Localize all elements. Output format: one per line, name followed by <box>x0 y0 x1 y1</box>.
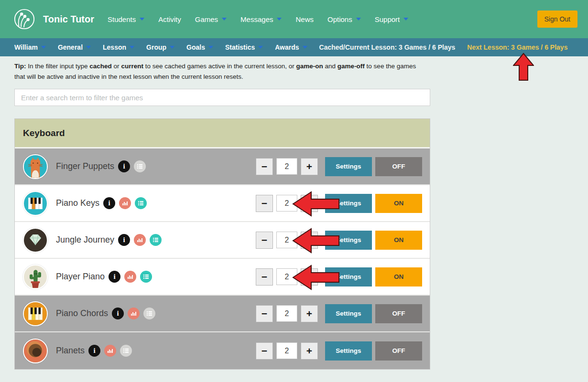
list-icon[interactable] <box>135 197 147 209</box>
list-icon-glyph <box>138 200 144 206</box>
info-icon[interactable]: i <box>88 345 100 357</box>
stats-icon-glyph <box>122 200 128 206</box>
stats-icon[interactable] <box>104 345 116 357</box>
list-icon-glyph <box>152 237 159 243</box>
list-icon[interactable] <box>120 345 132 357</box>
settings-button[interactable]: Settings <box>325 341 372 361</box>
decrease-plays-button[interactable]: − <box>256 305 273 322</box>
stats-icon[interactable] <box>128 308 140 319</box>
nav-activity[interactable]: Activity <box>158 15 181 23</box>
nav-news[interactable]: News <box>295 15 314 23</box>
nav-support[interactable]: Support <box>375 15 409 23</box>
caret-down-icon <box>403 18 408 21</box>
info-icon[interactable]: i <box>118 234 130 246</box>
game-row-planets: Planets i − + Settings OFF <box>15 332 430 369</box>
next-lesson-status: Next Lesson: 3 Games / 6 Plays <box>467 43 567 51</box>
tip-segment: or <box>112 63 121 70</box>
subnav-awards-label: Awards <box>275 43 299 51</box>
list-icon[interactable] <box>140 271 152 283</box>
info-icon-glyph: i <box>108 199 110 207</box>
info-icon-glyph: i <box>93 347 95 355</box>
settings-button[interactable]: Settings <box>325 267 372 286</box>
game-toggle-button[interactable]: OFF <box>375 341 422 361</box>
game-controls: − + Settings OFF <box>256 341 422 361</box>
nav-options[interactable]: Options <box>327 15 361 23</box>
increase-plays-button[interactable]: + <box>301 342 318 360</box>
game-toggle-button[interactable]: ON <box>375 194 422 213</box>
game-filter-search-input[interactable] <box>14 89 430 106</box>
game-row-piano-keys: Piano Keys i − + Settings ON <box>15 185 430 222</box>
nav-messages[interactable]: Messages <box>240 15 282 23</box>
subnav-statistics-label: Statistics <box>225 43 255 51</box>
plays-count-input[interactable] <box>276 195 297 212</box>
decrease-plays-button[interactable]: − <box>256 268 273 286</box>
subnav-awards[interactable]: Awards <box>275 43 307 51</box>
increase-plays-button[interactable]: + <box>301 195 318 212</box>
game-controls: − + Settings OFF <box>256 304 422 323</box>
filter-tip-text: Tip: In the filter input type cached or … <box>14 61 428 83</box>
decrease-plays-button[interactable]: − <box>256 342 273 360</box>
list-icon-glyph <box>123 348 129 354</box>
list-icon[interactable] <box>143 308 155 319</box>
game-row-jungle-journey: Jungle Journey i − + Settings ON <box>15 222 430 259</box>
game-avatar <box>23 191 48 216</box>
increase-plays-button[interactable]: + <box>301 232 318 249</box>
subnav-statistics[interactable]: Statistics <box>225 43 263 51</box>
info-icon[interactable]: i <box>103 197 115 209</box>
plays-count-input[interactable] <box>276 268 297 285</box>
settings-button[interactable]: Settings <box>325 194 372 213</box>
info-icon[interactable]: i <box>109 271 120 283</box>
stats-icon[interactable] <box>119 197 131 209</box>
subnav-william[interactable]: William <box>14 43 46 51</box>
increase-plays-button[interactable]: + <box>301 158 318 175</box>
nav-students[interactable]: Students <box>108 15 144 23</box>
sign-out-button[interactable]: Sign Out <box>537 11 577 28</box>
caret-down-icon <box>356 18 361 21</box>
game-row-finger-puppets: Finger Puppets i − + Settings OFF <box>15 149 430 185</box>
tip-segment: cached <box>89 63 112 70</box>
settings-button[interactable]: Settings <box>325 157 372 176</box>
decrease-plays-button[interactable]: − <box>256 232 273 249</box>
increase-plays-button[interactable]: + <box>301 268 318 286</box>
subnav-general-label: General <box>58 43 83 51</box>
game-toggle-button[interactable]: ON <box>375 267 422 286</box>
plays-count-input[interactable] <box>276 342 297 359</box>
plays-count-input[interactable] <box>276 305 297 322</box>
cached-lesson-status: Cached/Current Lesson: 3 Games / 6 Plays <box>319 43 456 51</box>
app-header: Tonic Tutor Students Activity Games Mess… <box>0 0 588 38</box>
game-toggle-button[interactable]: OFF <box>375 157 422 176</box>
nav-games[interactable]: Games <box>195 15 227 23</box>
tip-segment: Tip: <box>14 63 26 70</box>
plays-count-input[interactable] <box>276 158 297 175</box>
subnav-group[interactable]: Group <box>146 43 174 51</box>
increase-plays-button[interactable]: + <box>301 305 318 322</box>
brand-title: Tonic Tutor <box>43 14 94 25</box>
info-icon-glyph: i <box>123 162 125 170</box>
game-controls: − + Settings ON <box>256 231 422 250</box>
list-icon[interactable] <box>134 160 146 172</box>
plays-count-input[interactable] <box>276 232 297 248</box>
game-name: Planets <box>56 346 85 356</box>
nav-activity-label: Activity <box>158 15 181 23</box>
decrease-plays-button[interactable]: − <box>256 195 273 212</box>
game-controls: − + Settings ON <box>256 267 422 286</box>
game-avatar <box>23 339 48 363</box>
tip-segment: game-off <box>338 63 365 70</box>
game-name: Piano Chords <box>56 308 108 318</box>
subnav-lesson[interactable]: Lesson <box>103 43 134 51</box>
stats-icon[interactable] <box>134 234 146 246</box>
game-toggle-button[interactable]: ON <box>375 231 422 250</box>
game-name: Finger Puppets <box>56 161 114 171</box>
settings-button[interactable]: Settings <box>325 304 372 323</box>
game-toggle-button[interactable]: OFF <box>375 304 422 323</box>
caret-down-icon <box>41 46 46 49</box>
info-icon[interactable]: i <box>118 160 130 172</box>
stats-icon[interactable] <box>124 271 136 283</box>
decrease-plays-button[interactable]: − <box>256 158 273 175</box>
game-controls: − + Settings ON <box>256 194 422 213</box>
subnav-general[interactable]: General <box>58 43 91 51</box>
settings-button[interactable]: Settings <box>325 231 372 250</box>
info-icon[interactable]: i <box>112 308 124 319</box>
subnav-goals[interactable]: Goals <box>186 43 213 51</box>
list-icon[interactable] <box>150 234 162 246</box>
